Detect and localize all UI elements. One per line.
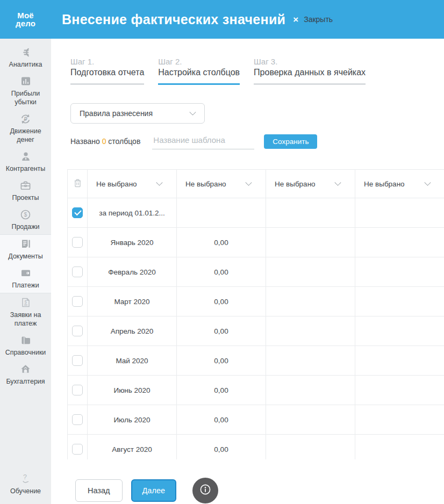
value-cell: 0,00 [177, 257, 266, 287]
value-cell: 0,00 [177, 228, 266, 257]
chevron-down-icon [157, 180, 162, 185]
step-1-tab[interactable]: Шаг 1. Подготовка отчета [70, 57, 144, 85]
table-row: Июнь 2020 0,00 [68, 376, 444, 405]
table-row: Февраль 2020 0,00 [68, 257, 444, 287]
bar-chart-icon [1, 75, 50, 88]
logo-line2: дело [16, 19, 35, 28]
step-3-tab[interactable]: Шаг 3. Проверка данных в ячейках [254, 57, 366, 85]
sidebar-item-cash-flow[interactable]: ₽ Движение денег [0, 110, 51, 147]
sidebar-item-analytics[interactable]: Аналитика [0, 43, 51, 72]
sidebar-item-education[interactable]: ? Обучение [0, 470, 51, 499]
save-button[interactable]: Сохранить [264, 134, 317, 149]
period-cell: Апрель 2020 [88, 316, 177, 346]
row-checkbox[interactable] [72, 414, 83, 425]
sidebar-item-sales[interactable]: $ Продажи [0, 205, 51, 234]
row-checkbox[interactable] [72, 207, 83, 218]
row-checkbox[interactable] [72, 237, 83, 248]
app-logo[interactable]: Моё дело [0, 11, 51, 27]
table-row: Июль 2020 0,00 [68, 405, 444, 435]
value-cell: 0,00 [177, 287, 266, 316]
period-cell: Июнь 2020 [88, 376, 177, 405]
value-cell [355, 198, 444, 228]
svg-text:?: ? [23, 473, 27, 481]
folder-icon [1, 334, 50, 347]
value-cell [266, 198, 355, 228]
value-cell: 0,00 [177, 346, 266, 376]
value-cell [266, 376, 355, 405]
value-cell [266, 435, 355, 459]
table-row: за период 01.01.2... [68, 198, 444, 228]
value-cell [355, 316, 444, 346]
sidebar-section-current: Документы Платежи [0, 234, 51, 293]
template-name-input[interactable] [152, 133, 254, 149]
table-header-row: Не выбрано Не выбрано Не выбрано Не выбр… [68, 170, 444, 198]
invoice-icon: $ [1, 297, 50, 309]
table-row: Май 2020 0,00 [68, 346, 444, 376]
row-checkbox[interactable] [72, 326, 83, 336]
value-cell [355, 287, 444, 316]
person-icon [1, 150, 50, 163]
trash-icon [73, 178, 83, 190]
columns-table[interactable]: Не выбрано Не выбрано Не выбрано Не выбр… [67, 169, 444, 459]
house-icon [1, 363, 50, 376]
value-cell [266, 346, 355, 376]
value-cell [177, 198, 266, 228]
svg-text:$: $ [24, 299, 27, 305]
value-cell [355, 228, 444, 257]
column-mapping-dropdown-4[interactable]: Не выбрано [355, 170, 444, 198]
ruble-flow-icon: ₽ [1, 113, 50, 126]
sidebar-item-projects[interactable]: Проекты [0, 176, 51, 205]
delete-column-header[interactable] [68, 170, 88, 198]
row-checkbox[interactable] [72, 444, 83, 455]
value-cell [266, 228, 355, 257]
step-2-tab[interactable]: Шаг 2. Настройка столбцов [158, 57, 240, 85]
close-button[interactable]: × Закрыть [293, 15, 333, 24]
close-icon[interactable]: × [293, 15, 298, 24]
sidebar-item-references[interactable]: Справочники [0, 331, 51, 360]
column-mapping-dropdown-3[interactable]: Не выбрано [266, 170, 355, 198]
svg-text:$: $ [24, 211, 27, 218]
row-checkbox[interactable] [72, 385, 83, 395]
sidebar-item-accounting[interactable]: Бухгалтерия [0, 360, 51, 389]
period-cell: Май 2020 [88, 346, 177, 376]
row-checkbox[interactable] [72, 355, 83, 366]
sidebar-item-counterparties[interactable]: Контрагенты [0, 147, 51, 176]
value-cell: 0,00 [177, 405, 266, 435]
sidebar-item-profit-loss[interactable]: Прибыли убытки [0, 72, 51, 110]
info-icon [199, 483, 212, 498]
row-checkbox[interactable] [72, 267, 83, 277]
value-cell [266, 287, 355, 316]
period-cell: Август 2020 [88, 435, 177, 459]
analytics-icon [1, 46, 50, 59]
value-cell: 0,00 [177, 435, 266, 459]
sidebar: Аналитика Прибыли убытки ₽ Движение дене… [0, 39, 51, 504]
period-cell: Март 2020 [88, 287, 177, 316]
page-title: Внесение фактических значений [62, 12, 285, 27]
info-button[interactable] [192, 478, 218, 503]
value-cell [355, 376, 444, 405]
allocation-rules-dropdown[interactable]: Правила разнесения [70, 103, 205, 124]
named-columns-status: Названо 0 столбцов [70, 137, 140, 146]
row-checkbox[interactable] [72, 296, 83, 307]
dropdown-value: Правила разнесения [80, 109, 153, 118]
period-cell: Июль 2020 [88, 405, 177, 435]
column-mapping-dropdown-2[interactable]: Не выбрано [177, 170, 266, 198]
sidebar-item-documents[interactable]: Документы [0, 235, 51, 264]
value-cell [355, 257, 444, 287]
close-label[interactable]: Закрыть [304, 15, 333, 24]
document-icon [1, 238, 50, 251]
chevron-down-icon [190, 110, 196, 115]
named-count: 0 [102, 137, 106, 146]
question-hand-icon: ? [1, 473, 50, 486]
next-button[interactable]: Далее [131, 479, 176, 502]
period-cell: Январь 2020 [88, 228, 177, 257]
value-cell [355, 405, 444, 435]
table-row: Март 2020 0,00 [68, 287, 444, 316]
value-cell [266, 316, 355, 346]
chevron-down-icon [335, 180, 341, 185]
sidebar-item-payment-requests[interactable]: $ Заявки на платеж [0, 293, 51, 331]
sidebar-item-payments[interactable]: Платежи [0, 264, 51, 293]
back-button[interactable]: Назад [75, 479, 123, 502]
column-mapping-dropdown-1[interactable]: Не выбрано [88, 170, 177, 198]
value-cell [266, 405, 355, 435]
